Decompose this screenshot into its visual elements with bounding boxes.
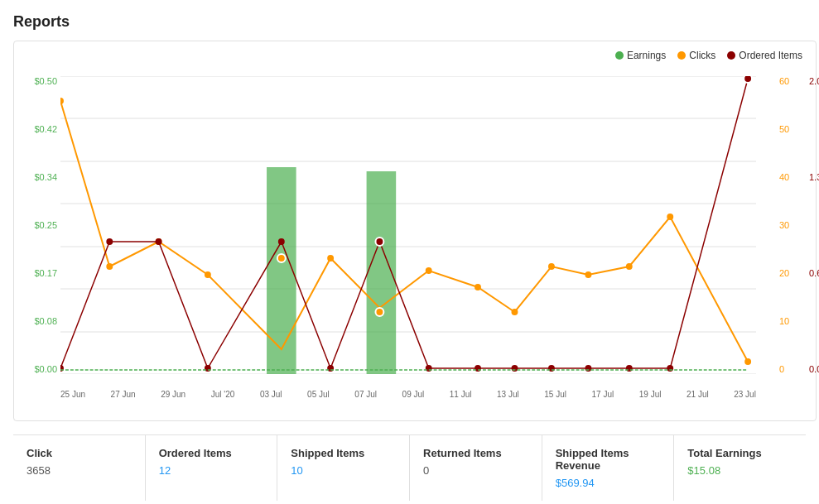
clicks-dot xyxy=(677,51,686,60)
svg-point-16 xyxy=(475,284,481,290)
legend-ordered-items-label: Ordered Items xyxy=(739,50,802,61)
svg-point-18 xyxy=(548,263,555,270)
svg-point-27 xyxy=(278,238,285,245)
stat-click: Click 3658 xyxy=(13,435,146,501)
stat-total-earnings-label: Total Earnings xyxy=(687,447,793,459)
stat-total-earnings: Total Earnings $15.08 xyxy=(674,435,806,501)
stat-returned-items: Returned Items 0 xyxy=(410,435,542,501)
stat-click-value: 3658 xyxy=(26,464,132,477)
stat-shipped-revenue: Shipped Items Revenue $569.94 xyxy=(542,435,675,501)
x-axis: 25 Jun 27 Jun 29 Jun Jul '20 03 Jul 05 J… xyxy=(60,390,756,399)
stat-total-earnings-value: $15.08 xyxy=(687,464,793,477)
svg-point-33 xyxy=(548,365,555,372)
stat-shipped-items: Shipped Items 10 xyxy=(277,435,410,501)
svg-point-32 xyxy=(512,365,518,372)
y-axis-far-right: 0.00 0.67 1.33 2.00 xyxy=(806,76,819,374)
legend-ordered-items: Ordered Items xyxy=(727,50,802,61)
svg-point-11 xyxy=(205,271,211,278)
svg-point-20 xyxy=(626,263,633,270)
svg-point-31 xyxy=(475,365,481,372)
svg-point-12 xyxy=(277,254,286,262)
legend-earnings-label: Earnings xyxy=(627,50,666,61)
stats-row: Click 3658 Ordered Items 12 Shipped Item… xyxy=(13,434,806,501)
svg-point-19 xyxy=(585,271,591,278)
svg-point-15 xyxy=(426,267,432,274)
svg-point-23 xyxy=(60,365,64,372)
page-title: Reports xyxy=(13,13,806,31)
svg-point-8 xyxy=(60,98,64,104)
stat-shipped-items-label: Shipped Items xyxy=(291,447,396,459)
ordered-items-dot xyxy=(727,51,735,60)
stat-ordered-items: Ordered Items 12 xyxy=(146,435,278,501)
svg-point-30 xyxy=(426,365,432,372)
svg-point-26 xyxy=(205,365,211,372)
legend-clicks: Clicks xyxy=(677,50,715,61)
svg-point-17 xyxy=(512,309,518,315)
chart-container: Earnings Clicks Ordered Items $0.00 $0.0… xyxy=(13,41,817,421)
chart-svg xyxy=(60,76,756,374)
ordered-items-line xyxy=(60,79,748,368)
clicks-line xyxy=(60,101,748,362)
svg-point-24 xyxy=(106,238,113,245)
legend-earnings: Earnings xyxy=(615,50,666,61)
stat-shipped-revenue-label: Shipped Items Revenue xyxy=(556,447,661,472)
chart-area: $0.00 $0.08 $0.17 $0.25 $0.34 $0.42 $0.5… xyxy=(60,76,756,374)
svg-point-29 xyxy=(375,238,383,246)
svg-point-25 xyxy=(156,238,162,245)
stat-returned-items-label: Returned Items xyxy=(423,447,528,459)
stat-ordered-items-label: Ordered Items xyxy=(159,447,264,459)
stat-returned-items-value: 0 xyxy=(423,464,528,477)
y-axis-left: $0.00 $0.08 $0.17 $0.25 $0.34 $0.42 $0.5… xyxy=(21,76,57,374)
svg-point-36 xyxy=(667,365,673,372)
svg-point-13 xyxy=(327,255,334,262)
stat-shipped-revenue-value: $569.94 xyxy=(556,477,661,489)
y-axis-right: 0 10 20 30 40 50 60 xyxy=(776,76,809,374)
bar-03jul xyxy=(267,167,296,374)
stat-shipped-items-value: 10 xyxy=(291,464,396,477)
svg-point-34 xyxy=(585,365,591,372)
stat-ordered-items-value: 12 xyxy=(159,464,264,477)
svg-point-14 xyxy=(375,308,383,316)
earnings-dot xyxy=(615,51,624,60)
svg-point-35 xyxy=(626,365,633,372)
svg-point-37 xyxy=(744,76,752,83)
legend-clicks-label: Clicks xyxy=(689,50,715,61)
chart-legend: Earnings Clicks Ordered Items xyxy=(615,50,802,61)
svg-point-28 xyxy=(327,365,334,372)
svg-point-21 xyxy=(667,214,673,220)
svg-point-22 xyxy=(744,358,751,365)
stat-click-label: Click xyxy=(26,447,132,459)
svg-point-9 xyxy=(106,263,113,270)
